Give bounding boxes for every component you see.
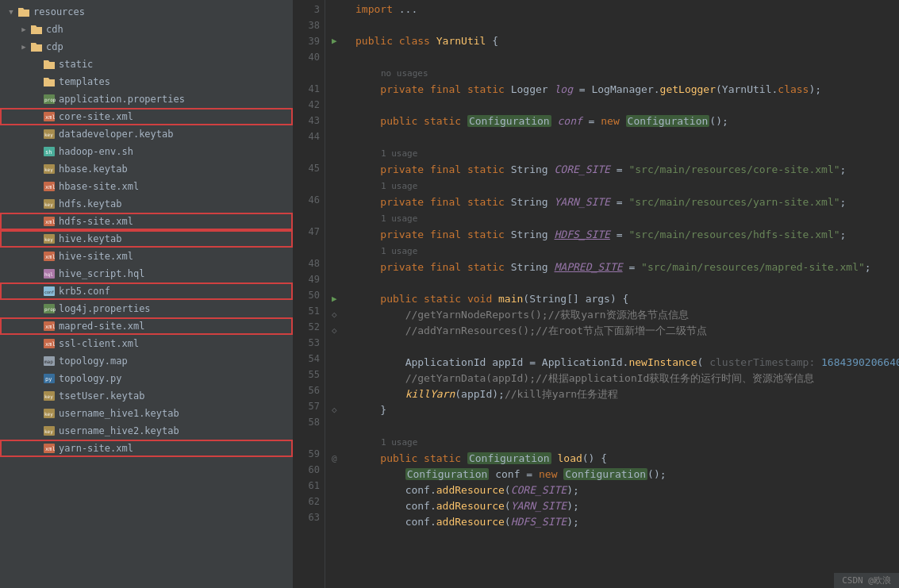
properties-icon: prop bbox=[43, 302, 56, 315]
code-text: import ... bbox=[355, 2, 417, 17]
item-label: username_hive1.keytab bbox=[59, 408, 179, 419]
item-label: hive.keytab bbox=[59, 233, 121, 244]
code-text: //addYarnResources();//在root节点下面新增一个二级节点 bbox=[355, 323, 707, 339]
code-line bbox=[332, 339, 899, 355]
svg-text:py: py bbox=[45, 376, 52, 382]
gutter-icon[interactable]: ◇ bbox=[332, 307, 355, 323]
code-text: 1 usage bbox=[355, 434, 417, 451]
code-text: conf.addResource(YARN_SITE); bbox=[355, 498, 579, 514]
file-tree: ▼resources▶cdh▶cdp▶static▶templatespropa… bbox=[0, 0, 294, 588]
code-line: @ public static Configuration load() { bbox=[332, 451, 899, 467]
code-editor[interactable]: 3383940414243444546474849505152535455565… bbox=[294, 0, 899, 588]
code-line: 1 usage bbox=[332, 178, 899, 194]
gutter-icon[interactable]: @ bbox=[332, 451, 355, 467]
code-line bbox=[332, 98, 899, 113]
code-text: 1 usage bbox=[355, 178, 417, 194]
code-text: public static void main(String[] args) { bbox=[355, 291, 628, 307]
svg-text:key: key bbox=[44, 132, 53, 138]
code-line: Configuration conf = new Configuration()… bbox=[332, 467, 899, 482]
keytab-icon: key bbox=[43, 390, 56, 402]
code-line: conf.addResource(YARN_SITE); bbox=[332, 498, 899, 514]
item-label: hdfs-site.xml bbox=[59, 216, 133, 227]
code-line: ▶ public static void main(String[] args)… bbox=[332, 291, 899, 307]
svg-text:xml: xml bbox=[45, 446, 56, 452]
sidebar-item-ssl-client.xml[interactable]: xmlssl-client.xml bbox=[0, 335, 293, 352]
svg-text:map: map bbox=[44, 359, 53, 365]
sidebar-item-hive.keytab[interactable]: keyhive.keytab bbox=[0, 230, 293, 248]
code-line: ApplicationId appId = ApplicationId.newI… bbox=[332, 355, 899, 371]
sidebar-item-username_hive1.keytab[interactable]: keyusername_hive1.keytab bbox=[0, 405, 293, 422]
gutter-icon[interactable]: ▶ bbox=[332, 33, 355, 49]
svg-text:prop: prop bbox=[44, 97, 56, 103]
sidebar-item-hbase.keytab[interactable]: keyhbase.keytab bbox=[0, 160, 293, 178]
code-text: 1 usage bbox=[355, 243, 417, 259]
hql-icon: hql bbox=[43, 267, 56, 280]
code-line: ◇ //getYarnNodeReports();//获取yarn资源池各节点信… bbox=[332, 307, 899, 323]
sh-icon: sh bbox=[43, 145, 56, 158]
sidebar-item-krb5.conf[interactable]: confkrb5.conf bbox=[0, 282, 293, 300]
sidebar-item-hive_script.hql[interactable]: hqlhive_script.hql bbox=[0, 265, 293, 282]
code-line: no usages bbox=[332, 65, 899, 82]
sidebar-item-static[interactable]: ▶static bbox=[0, 56, 293, 73]
conf-icon: conf bbox=[43, 285, 56, 298]
code-text: 1 usage bbox=[355, 210, 417, 227]
item-label: hbase.keytab bbox=[59, 163, 128, 175]
svg-text:conf: conf bbox=[44, 290, 54, 294]
folder-icon bbox=[43, 58, 56, 71]
code-line: ▶public class YarnUtil { bbox=[332, 33, 899, 49]
item-label: core-site.xml bbox=[59, 111, 133, 122]
sidebar-item-hdfs.keytab[interactable]: keyhdfs.keytab bbox=[0, 195, 293, 213]
keytab-icon: key bbox=[43, 163, 56, 175]
keytab-icon: key bbox=[43, 198, 56, 210]
sidebar-item-hdfs-site.xml[interactable]: xmlhdfs-site.xml bbox=[0, 213, 293, 230]
sidebar-item-templates[interactable]: ▶templates bbox=[0, 73, 293, 90]
arrow-icon[interactable]: ▶ bbox=[19, 42, 29, 52]
sidebar-item-resources[interactable]: ▼resources bbox=[0, 3, 293, 21]
item-label: ssl-client.xml bbox=[59, 338, 139, 349]
sidebar-item-datadeveloper.keytab[interactable]: keydatadeveloper.keytab bbox=[0, 125, 293, 143]
sidebar-item-tsetUser.keytab[interactable]: keytsetUser.keytab bbox=[0, 387, 293, 405]
item-label: topology.map bbox=[59, 355, 128, 367]
item-label: application.properties bbox=[59, 94, 185, 105]
gutter-icon[interactable]: ◇ bbox=[332, 402, 355, 418]
sidebar-item-mapred-site.xml[interactable]: xmlmapred-site.xml bbox=[0, 317, 293, 335]
folder-icon bbox=[17, 6, 30, 18]
arrow-icon[interactable]: ▼ bbox=[6, 7, 16, 17]
svg-text:sh: sh bbox=[45, 149, 52, 156]
sidebar-item-topology.py[interactable]: pytopology.py bbox=[0, 370, 293, 387]
sidebar-item-yarn-site.xml[interactable]: xmlyarn-site.xml bbox=[0, 440, 293, 457]
code-text: no usages bbox=[355, 65, 428, 82]
item-label: tsetUser.keytab bbox=[59, 390, 144, 402]
item-label: cdp bbox=[46, 41, 63, 52]
code-text: private final static String HDFS_SITE = … bbox=[355, 227, 846, 243]
arrow-icon[interactable]: ▶ bbox=[19, 25, 29, 34]
code-text: //getYarnNodeReports();//获取yarn资源池各节点信息 bbox=[355, 307, 689, 323]
item-label: datadeveloper.keytab bbox=[59, 129, 174, 140]
folder-icon bbox=[43, 75, 56, 88]
sidebar-item-core-site.xml[interactable]: xmlcore-site.xml bbox=[0, 108, 293, 125]
sidebar-item-topology.map[interactable]: maptopology.map bbox=[0, 352, 293, 370]
sidebar-item-username_hive2.keytab[interactable]: keyusername_hive2.keytab bbox=[0, 422, 293, 440]
map-icon: map bbox=[43, 355, 56, 367]
code-line: conf.addResource(CORE_SITE); bbox=[332, 482, 899, 498]
sidebar-item-hive-site.xml[interactable]: xmlhive-site.xml bbox=[0, 248, 293, 265]
item-label: templates bbox=[59, 76, 110, 87]
sidebar-item-application.properties[interactable]: propapplication.properties bbox=[0, 90, 293, 108]
sidebar-item-log4j.properties[interactable]: proplog4j.properties bbox=[0, 300, 293, 317]
xml-icon: xml bbox=[43, 180, 56, 193]
code-line: private final static String CORE_SITE = … bbox=[332, 162, 899, 178]
code-text: public static Configuration load() { bbox=[355, 451, 607, 467]
svg-text:xml: xml bbox=[45, 254, 56, 260]
sidebar-item-hadoop-env.sh[interactable]: shhadoop-env.sh bbox=[0, 143, 293, 160]
sidebar-item-cdh[interactable]: ▶cdh bbox=[0, 21, 293, 38]
svg-text:xml: xml bbox=[45, 114, 56, 121]
code-line: //getYarnData(appId);//根据applicationId获取… bbox=[332, 371, 899, 386]
item-label: topology.py bbox=[59, 373, 121, 384]
gutter-icon[interactable]: ◇ bbox=[332, 323, 355, 339]
gutter-icon[interactable]: ▶ bbox=[332, 291, 355, 307]
sidebar-item-cdp[interactable]: ▶cdp bbox=[0, 38, 293, 56]
code-text: private final static String YARN_SITE = … bbox=[355, 194, 846, 210]
code-line: private final static String MAPRED_SITE … bbox=[332, 259, 899, 275]
svg-text:key: key bbox=[44, 236, 53, 243]
sidebar-item-hbase-site.xml[interactable]: xmlhbase-site.xml bbox=[0, 178, 293, 195]
